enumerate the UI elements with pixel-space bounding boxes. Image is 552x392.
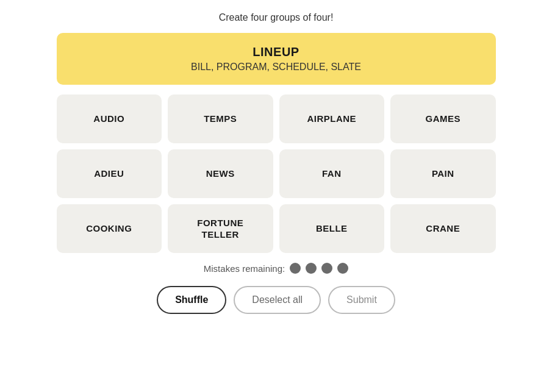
- tile-games[interactable]: GAMES: [390, 94, 496, 143]
- tile-fan[interactable]: FAN: [279, 149, 385, 198]
- mistake-dot-2: [306, 263, 317, 274]
- lineup-items: BILL, PROGRAM, SCHEDULE, SLATE: [75, 62, 478, 73]
- tile-belle[interactable]: BELLE: [279, 204, 385, 253]
- mistakes-row: Mistakes remaining:: [204, 263, 348, 274]
- tile-crane[interactable]: CRANE: [390, 204, 496, 253]
- tile-airplane[interactable]: AIRPLANE: [279, 94, 385, 143]
- tile-pain[interactable]: PAIN: [390, 149, 496, 198]
- mistake-dot-1: [290, 263, 301, 274]
- subtitle: Create four groups of four!: [219, 12, 334, 23]
- main-container: Create four groups of four! LINEUP BILL,…: [57, 12, 496, 314]
- tile-adieu[interactable]: ADIEU: [57, 149, 162, 198]
- mistake-dot-3: [321, 263, 332, 274]
- tile-temps[interactable]: TEMPS: [168, 94, 273, 143]
- lineup-card: LINEUP BILL, PROGRAM, SCHEDULE, SLATE: [57, 33, 496, 85]
- mistakes-label: Mistakes remaining:: [204, 263, 285, 274]
- submit-button[interactable]: Submit: [328, 286, 395, 314]
- shuffle-button[interactable]: Shuffle: [157, 286, 226, 314]
- tiles-grid: AUDIO TEMPS AIRPLANE GAMES ADIEU NEWS FA…: [57, 94, 496, 253]
- action-buttons: Shuffle Deselect all Submit: [157, 286, 395, 314]
- tile-audio[interactable]: AUDIO: [57, 94, 162, 143]
- mistake-dot-4: [337, 263, 348, 274]
- deselect-button[interactable]: Deselect all: [234, 286, 321, 314]
- tile-fortune-teller[interactable]: FORTUNE TELLER: [168, 204, 273, 253]
- tile-news[interactable]: NEWS: [168, 149, 273, 198]
- lineup-title: LINEUP: [75, 45, 478, 59]
- tile-cooking[interactable]: COOKING: [57, 204, 162, 253]
